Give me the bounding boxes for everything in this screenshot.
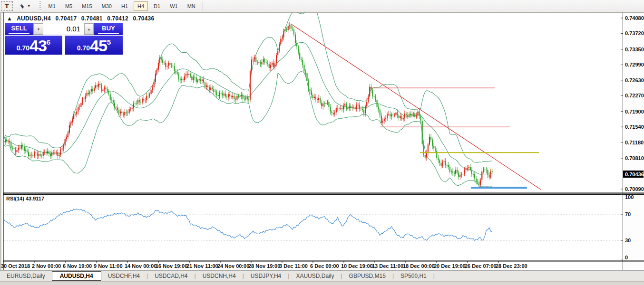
svg-text:0.71900: 0.71900 (625, 109, 644, 114)
chart-ohlc-header: ▲ AUDUSD,H4 0.70417 0.70481 0.70412 0.70… (7, 15, 157, 22)
svg-text:6 Dec 00:00: 6 Dec 00:00 (310, 263, 339, 269)
timeframe-h1-button[interactable]: H1 (117, 1, 132, 11)
status-strip (0, 281, 644, 285)
svg-text:0.73720: 0.73720 (625, 30, 644, 36)
sell-price-prefix: 0.70 (17, 44, 29, 55)
sell-button[interactable]: SELL (5, 23, 33, 35)
svg-text:10 Dec 19:00: 10 Dec 19:00 (341, 263, 373, 269)
ohlc-open: 0.70417 (56, 15, 77, 22)
timeframe-h4-button[interactable]: H4 (134, 1, 148, 11)
buy-price-prefix: 0.70 (77, 44, 90, 55)
tab-usdchf-h4[interactable]: USDCHF,H4 (101, 272, 146, 280)
timeframe-m5-button[interactable]: M5 (61, 1, 76, 11)
tab-usdcad-h4[interactable]: USDCAD,H4 (148, 272, 194, 280)
tab-xauusd-daily[interactable]: XAUUSD,Daily (289, 272, 341, 280)
svg-text:0.72990: 0.72990 (625, 62, 644, 67)
tab-sp500-h1[interactable]: SP500,H1 (394, 272, 433, 280)
timeframe-m30-button[interactable]: M30 (98, 1, 116, 11)
one-click-trading-panel: SELL ▼ 0.01 ▲ BUY 0.70 43 6 0.70 45 5 (5, 23, 123, 55)
toolbar-grip[interactable] (39, 1, 42, 11)
tab-gbpusd-m15[interactable]: GBPUSD,M15 (342, 272, 392, 280)
svg-text:0.71540: 0.71540 (625, 124, 644, 130)
timeframe-m1-button[interactable]: M1 (45, 1, 59, 11)
svg-text:18 Dec 00:00: 18 Dec 00:00 (403, 263, 435, 269)
timeframe-mn-button[interactable]: MN (184, 1, 199, 11)
svg-text:0.70436: 0.70436 (625, 171, 644, 177)
svg-text:0.74080: 0.74080 (625, 15, 644, 21)
svg-text:0: 0 (625, 255, 628, 260)
top-toolbar: T ▼ M1 M5 M15 M30 H1 H4 D1 W1 MN (0, 0, 644, 12)
arrows-icon (19, 3, 25, 10)
timeframe-w1-button[interactable]: W1 (166, 1, 182, 11)
volume-decrease-button[interactable]: ▼ (34, 23, 43, 35)
toolbar-separator (203, 1, 203, 11)
tab-usdcnh-h4[interactable]: USDCNH,H4 (196, 272, 243, 280)
buy-price-pip: 5 (107, 37, 111, 46)
chart-tabs-bar: EURUSD,Daily AUDUSD,H4 USDCHF,H4 | USDCA… (0, 270, 644, 281)
insert-text-tool-button[interactable]: T (1, 1, 13, 11)
svg-text:16 Nov 19:00: 16 Nov 19:00 (156, 263, 187, 269)
buy-button[interactable]: BUY (94, 23, 123, 35)
svg-text:30 Oct 2018: 30 Oct 2018 (1, 263, 30, 269)
svg-text:26 Dec 07:00: 26 Dec 07:00 (465, 263, 497, 269)
ohlc-low: 0.70412 (107, 15, 128, 22)
chevron-down-icon: ▼ (27, 4, 31, 8)
timeframe-m15-button[interactable]: M15 (78, 1, 96, 11)
svg-text:20 Dec 19:00: 20 Dec 19:00 (434, 263, 466, 269)
svg-text:0.71180: 0.71180 (625, 140, 644, 145)
svg-text:0.73350: 0.73350 (625, 47, 644, 52)
svg-text:3 Dec 11:00: 3 Dec 11:00 (279, 263, 308, 269)
tab-eurusd-daily[interactable]: EURUSD,Daily (0, 272, 52, 280)
svg-text:21 Nov 11:00: 21 Nov 11:00 (186, 263, 218, 269)
svg-text:13 Dec 11:00: 13 Dec 11:00 (372, 263, 403, 269)
svg-text:6 Nov 19:00: 6 Nov 19:00 (63, 263, 92, 269)
svg-text:28 Dec 23:00: 28 Dec 23:00 (496, 263, 527, 269)
sell-price-big: 43 (29, 37, 47, 55)
arrows-tool-button[interactable]: ▼ (15, 1, 35, 11)
svg-text:30: 30 (625, 238, 631, 243)
svg-text:0.72630: 0.72630 (625, 77, 644, 83)
svg-text:100: 100 (625, 194, 634, 200)
svg-text:28 Nov 19:00: 28 Nov 19:00 (248, 263, 280, 269)
svg-text:24 Nov 00:00: 24 Nov 00:00 (217, 263, 249, 269)
timeframe-d1-button[interactable]: D1 (150, 1, 164, 11)
chart-symbol: AUDUSD,H4 (17, 15, 51, 22)
svg-text:0.70090: 0.70090 (625, 186, 644, 192)
rsi-label: RSI(14) 43.9117 (6, 196, 44, 201)
svg-text:9 Nov 11:00: 9 Nov 11:00 (94, 263, 123, 269)
svg-text:70: 70 (625, 211, 631, 217)
text-tool-icon: T (5, 2, 9, 10)
buy-price-big: 45 (90, 37, 107, 55)
svg-text:0.72270: 0.72270 (625, 93, 644, 98)
tab-audusd-h4[interactable]: AUDUSD,H4 (52, 271, 101, 281)
tab-usdjpy-h4[interactable]: USDJPY,H4 (244, 272, 288, 280)
volume-input[interactable]: 0.01 (43, 23, 84, 35)
buy-quote[interactable]: 0.70 45 5 (65, 36, 123, 55)
ohlc-close: 0.70436 (133, 15, 155, 22)
collapse-panel-icon[interactable]: ▲ (7, 15, 12, 22)
svg-text:2 Nov 00:00: 2 Nov 00:00 (32, 263, 61, 269)
sell-price-pip: 6 (47, 37, 50, 46)
volume-increase-button[interactable]: ▲ (84, 23, 94, 35)
svg-text:0.70810: 0.70810 (625, 155, 644, 161)
ohlc-high: 0.70481 (81, 15, 103, 22)
svg-text:14 Nov 00:00: 14 Nov 00:00 (125, 263, 156, 269)
sell-quote[interactable]: 0.70 43 6 (5, 36, 62, 55)
